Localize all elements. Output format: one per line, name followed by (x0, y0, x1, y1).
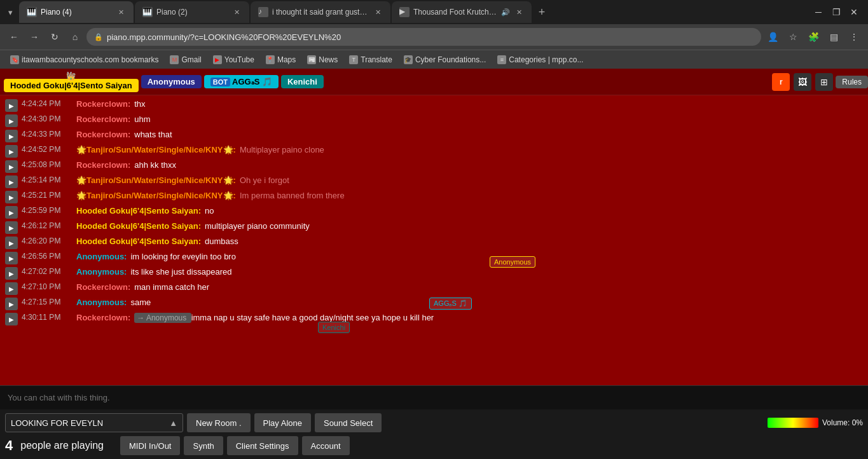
bookmark-maps[interactable]: 📍 Maps (261, 54, 301, 65)
chat-message: ▶4:30:11 PMRockerclown: → Anonymous imma… (5, 312, 863, 327)
msg-content: no (205, 206, 214, 216)
image-icon-btn[interactable]: 🖼 (794, 73, 811, 91)
refresh-button[interactable]: ↻ (46, 28, 64, 46)
msg-avatar: ▶ (5, 236, 18, 249)
chat-area[interactable]: ▶4:24:24 PMRockerclown: thx▶4:24:30 PMRo… (0, 95, 868, 385)
menu-button[interactable]: ⋮ (845, 28, 863, 46)
bottom-controls: LOOKING FOR EVEYLN ▲ New Room . Play Alo… (0, 409, 868, 459)
msg-avatar: ▶ (5, 298, 18, 310)
tab-overflow-btn[interactable]: ▾ (3, 4, 18, 20)
msg-username[interactable]: Rockerclown: (76, 313, 130, 322)
bookmark-gmail[interactable]: M Gmail (165, 54, 206, 65)
bookmark-label-youtube: YouTube (224, 55, 254, 64)
user-tag-bot[interactable]: BOT AGGₐS 🎵 (204, 75, 279, 88)
tab-audio-icon: 🔊 (501, 8, 510, 17)
msg-time: 4:27:02 PM (22, 267, 72, 276)
msg-username[interactable]: Anonymous: (76, 298, 127, 307)
bookmark-favicon-itawamba: 🔖 (10, 55, 19, 64)
chat-message: ▶4:26:20 PMHooded Goku|6'4|Sento Saiyan:… (5, 235, 863, 250)
sidebar-button[interactable]: ▤ (825, 28, 843, 46)
rules-button[interactable]: Rules (836, 76, 868, 88)
msg-username[interactable]: Rockerclown: (76, 114, 130, 124)
msg-username[interactable]: 🌟Tanjiro/Sun/Water/Single/Nice/KNY🌟: (76, 145, 236, 154)
tab-close-3[interactable]: ✕ (373, 7, 383, 17)
bookmark-cyber[interactable]: 🎓 Cyber Foundations... (399, 54, 491, 65)
restore-button[interactable]: ❐ (830, 6, 843, 18)
chat-message: ▶4:27:02 PMAnonymous: its like she just … (5, 266, 863, 281)
bookmark-translate[interactable]: T Translate (344, 54, 397, 65)
msg-avatar: ▶ (5, 252, 18, 264)
client-settings-button[interactable]: Client Settings (227, 436, 298, 455)
user-name-anonymous: Anonymous (148, 77, 195, 86)
msg-username[interactable]: Hooded Goku|6'4|Sento Saiyan: (76, 206, 201, 216)
minimize-button[interactable]: ─ (812, 6, 825, 18)
sound-select-button[interactable]: Sound Select (315, 413, 382, 432)
forward-button[interactable]: → (25, 28, 43, 46)
reddit-icon-btn[interactable]: r (772, 73, 790, 91)
tab-favicon-1: 🎹 (27, 7, 37, 17)
msg-content: man imma catch her (134, 282, 209, 292)
msg-content: its like she just dissapeared (130, 267, 231, 277)
back-button[interactable]: ← (5, 28, 23, 46)
synth-button[interactable]: Synth (184, 436, 223, 455)
volume-label: Volume: 0% (822, 418, 863, 427)
msg-username[interactable]: Rockerclown: (76, 160, 130, 170)
account-button[interactable]: Account (302, 436, 350, 455)
tab-close-4[interactable]: ✕ (514, 7, 524, 17)
room-name: LOOKING FOR EVEYLN (11, 418, 103, 428)
tab-tfk[interactable]: ▶ Thousand Foot Krutch: Lig... 🔊 ✕ (392, 1, 532, 23)
room-selector[interactable]: LOOKING FOR EVEYLN ▲ (5, 413, 183, 432)
bookmark-favicon-gmail: M (170, 55, 179, 64)
close-button[interactable]: ✕ (848, 6, 860, 18)
home-button[interactable]: ⌂ (66, 28, 84, 46)
msg-time: 4:26:12 PM (22, 221, 72, 230)
tab-title-2: Piano (2) (156, 8, 228, 17)
bookmark-youtube[interactable]: ▶ YouTube (208, 54, 259, 65)
msg-username[interactable]: Hooded Goku|6'4|Sento Saiyan: (76, 221, 201, 231)
msg-time: 4:25:08 PM (22, 160, 72, 169)
midi-button[interactable]: MIDI In/Out (120, 436, 180, 455)
bookmark-categories[interactable]: ≡ Categories | mpp.co... (492, 54, 588, 65)
tab-favicon-4: ▶ (399, 7, 410, 17)
user-tag-hooded[interactable]: 👑 Me Hooded Goku|6'4|Sento Saiyan (4, 79, 139, 92)
bookmark-itawamba[interactable]: 🔖 itawambacountyschools.com bookmarks (5, 54, 163, 65)
play-alone-button[interactable]: Play Alone (254, 413, 311, 432)
bookmark-news[interactable]: 📰 News (302, 54, 343, 65)
bookmark-star-button[interactable]: ☆ (784, 28, 802, 46)
msg-username[interactable]: Rockerclown: (76, 282, 130, 292)
user-tag-anonymous[interactable]: Anonymous (141, 75, 202, 88)
volume-bar: Volume: 0% (768, 418, 863, 428)
msg-time: 4:26:56 PM (22, 252, 72, 261)
msg-mention: → Anonymous (134, 313, 191, 323)
tab-close-2[interactable]: ✕ (231, 7, 242, 17)
msg-avatar: ▶ (5, 267, 18, 280)
msg-username[interactable]: 🌟Tanjiro/Sun/Water/Single/Nice/KNY🌟: (76, 191, 236, 200)
address-text: piano.mpp.community/?c=LOOKING%20FOR%20E… (107, 32, 754, 42)
tab-grant[interactable]: ♪ i thought it said grant gustin X... ✕ (251, 1, 390, 23)
user-tag-kenichi[interactable]: Kenichi (281, 75, 324, 88)
msg-content: Im perma banned from there (240, 191, 345, 200)
msg-username[interactable]: Hooded Goku|6'4|Sento Saiyan: (76, 236, 201, 246)
address-bar[interactable]: 🔒 piano.mpp.community/?c=LOOKING%20FOR%2… (86, 28, 761, 46)
msg-username[interactable]: Rockerclown: (76, 99, 130, 109)
new-room-button[interactable]: New Room . (187, 413, 251, 432)
msg-time: 4:24:30 PM (22, 114, 72, 123)
tab-close-1[interactable]: ✕ (116, 7, 126, 17)
new-tab-button[interactable]: + (533, 3, 551, 21)
room-selector-arrow: ▲ (169, 418, 177, 428)
chat-input[interactable] (0, 386, 868, 409)
chat-message: ▶4:25:14 PM🌟Tanjiro/Sun/Water/Single/Nic… (5, 174, 863, 189)
msg-username[interactable]: Anonymous: (76, 267, 127, 277)
extensions-button[interactable]: 🧩 (804, 28, 822, 46)
msg-username[interactable]: Anonymous: (76, 252, 127, 261)
piano-app: 👑 Me Hooded Goku|6'4|Sento Saiyan Anonym… (0, 69, 868, 459)
grid-icon-btn[interactable]: ⊞ (815, 73, 833, 91)
tab-piano-2[interactable]: 🎹 Piano (2) ✕ (135, 1, 249, 23)
nav-right-buttons: 👤 ☆ 🧩 ▤ ⋮ (764, 28, 863, 46)
tab-piano-4[interactable]: 🎹 Piano (4) ✕ (19, 1, 134, 23)
msg-username[interactable]: 🌟Tanjiro/Sun/Water/Single/Nice/KNY🌟: (76, 175, 236, 185)
profile-button[interactable]: 👤 (764, 28, 782, 46)
bookmark-label-itawamba: itawambacountyschools.com bookmarks (22, 55, 158, 64)
msg-username[interactable]: Rockerclown: (76, 130, 130, 139)
bookmark-favicon-news: 📰 (307, 55, 316, 64)
